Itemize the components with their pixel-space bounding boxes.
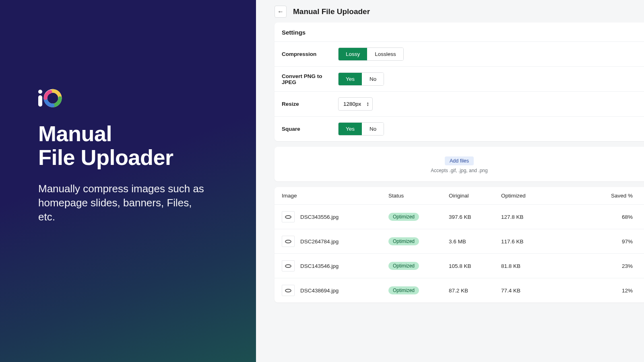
- file-name: DSC264784.jpg: [300, 239, 339, 245]
- col-image: Image: [282, 193, 388, 199]
- file-thumb-icon: [282, 285, 295, 296]
- files-table: Image Status Oiriginal Optimized Saved %…: [275, 187, 644, 302]
- status-badge: Optimized: [388, 213, 419, 221]
- table-row: DSC343556.jpg Optimized 397.6 KB 127.8 K…: [275, 204, 644, 229]
- original-size: 3.6 MB: [449, 239, 501, 245]
- logo-letter-i: [38, 90, 42, 107]
- compression-lossless-button[interactable]: Lossless: [367, 48, 403, 60]
- compression-label: Compression: [282, 51, 338, 57]
- col-optimized: Optimized: [501, 193, 553, 199]
- square-label: Square: [282, 126, 338, 132]
- compression-lossy-button[interactable]: Lossy: [339, 48, 367, 60]
- original-size: 87.2 KB: [449, 288, 501, 294]
- table-row: DSC438694.jpg Optimized 87.2 KB 77.4 KB …: [275, 278, 644, 302]
- square-yes-button[interactable]: Yes: [339, 123, 362, 135]
- file-name: DSC143546.jpg: [300, 263, 339, 269]
- compression-toggle: Lossy Lossless: [338, 47, 404, 61]
- square-no-button[interactable]: No: [362, 123, 384, 135]
- file-thumb-icon: [282, 211, 295, 222]
- convert-label: Convert PNG to JPEG: [282, 73, 338, 85]
- saved-pct: 68%: [553, 214, 637, 220]
- convert-toggle: Yes No: [338, 72, 384, 86]
- resize-label: Resize: [282, 101, 338, 107]
- promo-panel: Manual File Uploader Manually compress i…: [0, 0, 256, 362]
- original-size: 105.8 KB: [449, 263, 501, 269]
- saved-pct: 23%: [553, 263, 637, 269]
- col-original: Oiriginal: [449, 193, 501, 199]
- file-name: DSC438694.jpg: [300, 288, 339, 294]
- optimized-size: 127.8 KB: [501, 214, 553, 220]
- col-saved: Saved %: [553, 193, 637, 199]
- promo-title: Manual File Uploader: [38, 122, 218, 170]
- saved-pct: 97%: [553, 239, 637, 245]
- status-badge: Optimized: [388, 237, 419, 245]
- setting-row-resize: Resize 1280px ▲▼: [275, 91, 644, 116]
- settings-heading: Settings: [275, 23, 644, 41]
- back-button[interactable]: ←: [275, 6, 287, 18]
- setting-row-square: Square Yes No: [275, 116, 644, 141]
- table-row: DSC143546.jpg Optimized 105.8 KB 81.8 KB…: [275, 253, 644, 278]
- convert-yes-button[interactable]: Yes: [339, 73, 362, 85]
- resize-select[interactable]: 1280px ▲▼: [338, 97, 373, 111]
- page-title: Manual File Uploader: [293, 7, 370, 16]
- app-header: ← Manual File Uploader: [256, 6, 644, 23]
- square-toggle: Yes No: [338, 122, 384, 136]
- optimized-size: 117.6 KB: [501, 239, 553, 245]
- settings-card: Settings Compression Lossy Lossless Conv…: [275, 23, 644, 141]
- file-name: DSC343556.jpg: [300, 214, 339, 220]
- convert-no-button[interactable]: No: [362, 73, 384, 85]
- logo-swirl-icon: [43, 88, 62, 108]
- original-size: 397.6 KB: [449, 214, 501, 220]
- status-badge: Optimized: [388, 262, 419, 270]
- col-status: Status: [388, 193, 449, 199]
- table-row: DSC264784.jpg Optimized 3.6 MB 117.6 KB …: [275, 229, 644, 253]
- promo-subtitle: Manually compress images such as homepag…: [38, 182, 207, 224]
- table-header: Image Status Oiriginal Optimized Saved %: [275, 187, 644, 204]
- add-files-button[interactable]: Add files: [445, 156, 474, 165]
- optimized-size: 77.4 KB: [501, 288, 553, 294]
- accepts-hint: Accepts .gif, .jpg, and .png: [275, 168, 644, 173]
- setting-row-convert: Convert PNG to JPEG Yes No: [275, 66, 644, 91]
- arrow-left-icon: ←: [277, 8, 284, 15]
- optimized-size: 81.8 KB: [501, 263, 553, 269]
- app-logo: [38, 88, 218, 108]
- select-chevron-icon: ▲▼: [366, 102, 369, 107]
- app-panel: ← Manual File Uploader Settings Compress…: [256, 0, 644, 362]
- upload-card: Add files Accepts .gif, .jpg, and .png: [275, 147, 644, 181]
- saved-pct: 12%: [553, 288, 637, 294]
- file-thumb-icon: [282, 236, 295, 247]
- resize-value: 1280px: [343, 101, 361, 107]
- setting-row-compression: Compression Lossy Lossless: [275, 41, 644, 66]
- file-thumb-icon: [282, 260, 295, 272]
- status-badge: Optimized: [388, 286, 419, 294]
